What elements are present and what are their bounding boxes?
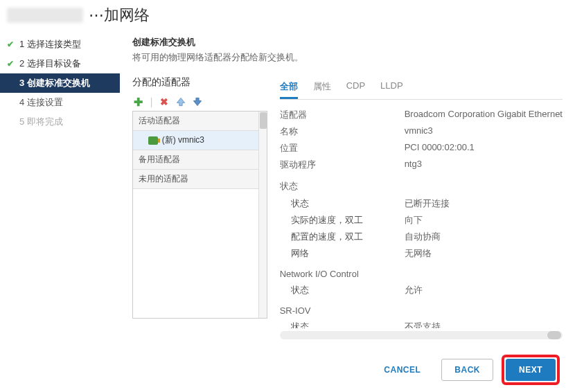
blurred-hostname xyxy=(7,8,83,23)
section-nioc: Network I/O Control xyxy=(280,269,563,279)
detail-val-sriov-status: 不受支持 xyxy=(405,321,563,328)
move-down-icon[interactable] xyxy=(191,96,204,108)
section-sriov: SR-IOV xyxy=(280,305,563,316)
detail-label-name: 名称 xyxy=(280,125,405,138)
detail-label-sriov-status: 状态 xyxy=(280,321,405,328)
nic-icon xyxy=(148,136,158,145)
move-up-icon[interactable] xyxy=(175,96,187,108)
tab-cdp[interactable]: CDP xyxy=(346,76,365,99)
dialog-title: ⋯加网络 xyxy=(0,0,575,30)
back-button[interactable]: BACK xyxy=(441,359,493,381)
step-3-create-switch[interactable]: 3 创建标准交换机 xyxy=(0,73,120,93)
adapter-details: 适配器Broadcom Corporation Gigabit Ethernet… xyxy=(280,107,563,328)
adapter-toolbar: ✚ | ✖ xyxy=(132,96,267,108)
step-4-connection-settings: 4 连接设置 xyxy=(0,93,120,112)
title-text: ⋯加网络 xyxy=(89,5,150,26)
detail-val-nioc-status: 允许 xyxy=(405,284,563,296)
detail-label-location: 位置 xyxy=(280,142,405,154)
step-1-connection-type[interactable]: 1 选择连接类型 xyxy=(0,35,120,54)
detail-val-conf-speed: 自动协商 xyxy=(405,231,563,243)
detail-val-network: 无网络 xyxy=(405,247,563,260)
detail-val-adapter: Broadcom Corporation Gigabit Ethernet xyxy=(405,109,563,121)
detail-label-adapter: 适配器 xyxy=(280,109,405,121)
next-button[interactable]: NEXT xyxy=(506,359,556,381)
detail-label-nioc-status: 状态 xyxy=(280,284,405,296)
detail-label-status: 状态 xyxy=(280,197,405,210)
remove-icon[interactable]: ✖ xyxy=(158,96,170,108)
adapter-item-label: (新) vmnic3 xyxy=(162,134,204,146)
adapter-item-vmnic3[interactable]: (新) vmnic3 xyxy=(133,131,267,150)
dialog-footer: CANCEL BACK NEXT xyxy=(371,355,560,385)
detail-val-driver: ntg3 xyxy=(405,159,563,171)
detail-label-driver: 驱动程序 xyxy=(280,159,405,171)
standby-adapters-group[interactable]: 备用适配器 xyxy=(133,150,267,170)
detail-tabs: 全部 属性 CDP LLDP xyxy=(280,76,563,100)
detail-label-network: 网络 xyxy=(280,247,405,260)
tab-all[interactable]: 全部 xyxy=(280,76,298,99)
step-2-target-device[interactable]: 2 选择目标设备 xyxy=(0,54,120,73)
adapter-list: 活动适配器 (新) vmnic3 备用适配器 未用的适配器 xyxy=(132,111,267,319)
next-button-highlight: NEXT xyxy=(502,355,560,385)
tab-lldp[interactable]: LLDP xyxy=(380,76,403,99)
wizard-steps-sidebar: 1 选择连接类型 2 选择目标设备 3 创建标准交换机 4 连接设置 5 即将完… xyxy=(0,30,120,342)
add-icon[interactable]: ✚ xyxy=(132,96,145,108)
assigned-adapters-header: 分配的适配器 xyxy=(132,76,267,89)
detail-val-actual-speed: 向下 xyxy=(405,214,563,226)
detail-label-actual-speed: 实际的速度，双工 xyxy=(280,214,405,226)
page-description: 将可用的物理网络适配器分配给新交换机。 xyxy=(132,51,563,64)
cancel-button[interactable]: CANCEL xyxy=(371,359,433,380)
active-adapters-group[interactable]: 活动适配器 xyxy=(133,112,267,131)
detail-val-location: PCI 0000:02:00.1 xyxy=(405,142,563,154)
toolbar-separator: | xyxy=(150,96,153,107)
detail-label-conf-speed: 配置的速度，双工 xyxy=(280,231,405,243)
section-status: 状态 xyxy=(280,180,563,193)
adapter-list-scrollbar[interactable] xyxy=(258,112,267,318)
tab-properties[interactable]: 属性 xyxy=(313,76,331,99)
details-h-scrollbar[interactable] xyxy=(280,331,563,339)
page-subtitle: 创建标准交换机 xyxy=(132,36,563,48)
detail-val-name: vmnic3 xyxy=(405,125,563,138)
step-5-ready-complete: 5 即将完成 xyxy=(0,112,120,132)
unused-adapters-group[interactable]: 未用的适配器 xyxy=(133,170,267,189)
detail-val-status: 已断开连接 xyxy=(405,197,563,210)
